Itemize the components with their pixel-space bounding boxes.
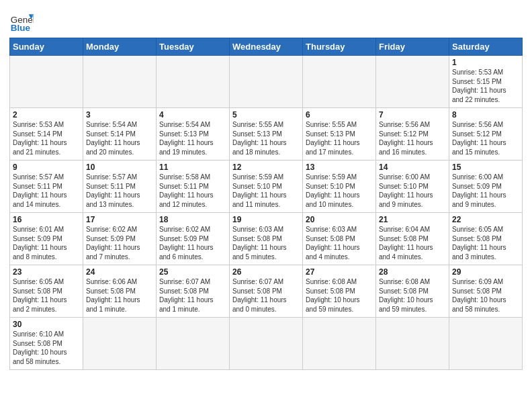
calendar-cell: 6Sunrise: 5:55 AM Sunset: 5:13 PM Daylig… [303,108,376,161]
day-info: Sunrise: 6:00 AM Sunset: 5:10 PM Dayligh… [379,173,446,209]
calendar-cell: 27Sunrise: 6:08 AM Sunset: 5:08 PM Dayli… [303,265,376,318]
calendar-table: SundayMondayTuesdayWednesdayThursdayFrid… [9,38,523,370]
day-info: Sunrise: 6:07 AM Sunset: 5:08 PM Dayligh… [159,277,226,314]
calendar-cell: 13Sunrise: 5:59 AM Sunset: 5:10 PM Dayli… [303,161,376,213]
calendar-cell: 24Sunrise: 6:06 AM Sunset: 5:08 PM Dayli… [83,265,157,318]
day-info: Sunrise: 6:02 AM Sunset: 5:09 PM Dayligh… [86,225,153,261]
day-info: Sunrise: 5:56 AM Sunset: 5:12 PM Dayligh… [452,120,519,156]
calendar-cell: 4Sunrise: 5:54 AM Sunset: 5:13 PM Daylig… [157,108,230,161]
calendar-cell: 5Sunrise: 5:55 AM Sunset: 5:13 PM Daylig… [230,108,303,161]
weekday-header-wednesday: Wednesday [230,38,303,56]
day-info: Sunrise: 6:00 AM Sunset: 5:09 PM Dayligh… [452,173,519,209]
calendar-cell [376,56,449,108]
weekday-header-sunday: Sunday [10,38,83,56]
calendar-cell: 23Sunrise: 6:05 AM Sunset: 5:08 PM Dayli… [10,265,83,318]
day-number: 27 [306,267,373,277]
calendar-cell: 10Sunrise: 5:57 AM Sunset: 5:11 PM Dayli… [83,161,157,213]
calendar-cell: 16Sunrise: 6:01 AM Sunset: 5:09 PM Dayli… [10,213,83,265]
calendar-cell: 8Sunrise: 5:56 AM Sunset: 5:12 PM Daylig… [449,108,523,161]
day-info: Sunrise: 6:10 AM Sunset: 5:08 PM Dayligh… [13,330,80,366]
svg-text:Blue: Blue [11,23,31,33]
calendar-cell [157,318,230,370]
calendar-cell: 26Sunrise: 6:07 AM Sunset: 5:08 PM Dayli… [230,265,303,318]
calendar-cell: 29Sunrise: 6:09 AM Sunset: 5:08 PM Dayli… [449,265,523,318]
day-info: Sunrise: 5:55 AM Sunset: 5:13 PM Dayligh… [306,120,373,156]
day-info: Sunrise: 6:03 AM Sunset: 5:08 PM Dayligh… [232,225,300,261]
day-info: Sunrise: 5:55 AM Sunset: 5:13 PM Dayligh… [232,120,300,156]
day-info: Sunrise: 6:08 AM Sunset: 5:08 PM Dayligh… [379,277,446,314]
calendar-header: SundayMondayTuesdayWednesdayThursdayFrid… [10,38,523,56]
calendar-cell: 1Sunrise: 5:53 AM Sunset: 5:15 PM Daylig… [449,56,523,108]
calendar-cell: 22Sunrise: 6:05 AM Sunset: 5:08 PM Dayli… [449,213,523,265]
day-info: Sunrise: 6:09 AM Sunset: 5:08 PM Dayligh… [452,277,519,314]
calendar-cell [83,56,157,108]
day-info: Sunrise: 6:08 AM Sunset: 5:08 PM Dayligh… [306,277,373,314]
day-number: 22 [452,215,519,224]
day-info: Sunrise: 6:04 AM Sunset: 5:08 PM Dayligh… [379,225,446,261]
day-number: 11 [159,163,226,172]
day-number: 3 [86,110,153,120]
day-number: 18 [159,215,226,224]
calendar-week-row: 2Sunrise: 5:53 AM Sunset: 5:14 PM Daylig… [10,108,523,161]
day-number: 24 [86,267,153,277]
day-number: 7 [379,110,446,120]
weekday-header-friday: Friday [376,38,449,56]
day-info: Sunrise: 6:05 AM Sunset: 5:08 PM Dayligh… [452,225,519,261]
day-number: 23 [13,267,80,277]
day-number: 2 [13,110,80,120]
day-info: Sunrise: 5:57 AM Sunset: 5:11 PM Dayligh… [13,173,80,209]
calendar-cell [376,318,449,370]
calendar-cell: 15Sunrise: 6:00 AM Sunset: 5:09 PM Dayli… [449,161,523,213]
calendar-week-row: 16Sunrise: 6:01 AM Sunset: 5:09 PM Dayli… [10,213,523,265]
calendar-week-row: 23Sunrise: 6:05 AM Sunset: 5:08 PM Dayli… [10,265,523,318]
day-number: 21 [379,215,446,224]
day-number: 10 [86,163,153,172]
day-number: 5 [232,110,300,120]
calendar-cell: 18Sunrise: 6:02 AM Sunset: 5:09 PM Dayli… [157,213,230,265]
calendar-cell [449,318,523,370]
calendar-cell: 12Sunrise: 5:59 AM Sunset: 5:10 PM Dayli… [230,161,303,213]
weekday-header-monday: Monday [83,38,157,56]
calendar-cell [10,56,83,108]
day-number: 6 [306,110,373,120]
calendar-cell: 7Sunrise: 5:56 AM Sunset: 5:12 PM Daylig… [376,108,449,161]
calendar-cell: 11Sunrise: 5:58 AM Sunset: 5:11 PM Dayli… [157,161,230,213]
day-info: Sunrise: 5:57 AM Sunset: 5:11 PM Dayligh… [86,173,153,209]
day-info: Sunrise: 5:54 AM Sunset: 5:14 PM Dayligh… [86,120,153,156]
calendar-cell: 21Sunrise: 6:04 AM Sunset: 5:08 PM Dayli… [376,213,449,265]
calendar-cell [230,318,303,370]
calendar-week-row: 9Sunrise: 5:57 AM Sunset: 5:11 PM Daylig… [10,161,523,213]
calendar-week-row: 30Sunrise: 6:10 AM Sunset: 5:08 PM Dayli… [10,318,523,370]
calendar-cell [157,56,230,108]
day-number: 15 [452,163,519,172]
calendar-cell: 3Sunrise: 5:54 AM Sunset: 5:14 PM Daylig… [83,108,157,161]
day-number: 20 [306,215,373,224]
day-info: Sunrise: 6:02 AM Sunset: 5:09 PM Dayligh… [159,225,226,261]
day-info: Sunrise: 6:06 AM Sunset: 5:08 PM Dayligh… [86,277,153,314]
day-info: Sunrise: 5:59 AM Sunset: 5:10 PM Dayligh… [232,173,300,209]
calendar-page: General Blue SundayMondayTuesdayWednesda… [0,0,532,411]
day-info: Sunrise: 5:58 AM Sunset: 5:11 PM Dayligh… [159,173,226,209]
calendar-cell: 30Sunrise: 6:10 AM Sunset: 5:08 PM Dayli… [10,318,83,370]
day-number: 30 [13,320,80,329]
weekday-header-saturday: Saturday [449,38,523,56]
day-number: 17 [86,215,153,224]
day-info: Sunrise: 6:03 AM Sunset: 5:08 PM Dayligh… [306,225,373,261]
day-number: 14 [379,163,446,172]
day-number: 8 [452,110,519,120]
day-number: 19 [232,215,300,224]
calendar-body: 1Sunrise: 5:53 AM Sunset: 5:15 PM Daylig… [10,56,523,370]
calendar-cell: 28Sunrise: 6:08 AM Sunset: 5:08 PM Dayli… [376,265,449,318]
day-number: 25 [159,267,226,277]
day-info: Sunrise: 6:01 AM Sunset: 5:09 PM Dayligh… [13,225,80,261]
day-number: 12 [232,163,300,172]
calendar-cell: 14Sunrise: 6:00 AM Sunset: 5:10 PM Dayli… [376,161,449,213]
day-info: Sunrise: 6:05 AM Sunset: 5:08 PM Dayligh… [13,277,80,314]
day-number: 28 [379,267,446,277]
calendar-week-row: 1Sunrise: 5:53 AM Sunset: 5:15 PM Daylig… [10,56,523,108]
day-number: 29 [452,267,519,277]
calendar-cell: 2Sunrise: 5:53 AM Sunset: 5:14 PM Daylig… [10,108,83,161]
calendar-cell: 25Sunrise: 6:07 AM Sunset: 5:08 PM Dayli… [157,265,230,318]
weekday-header-tuesday: Tuesday [157,38,230,56]
day-info: Sunrise: 5:56 AM Sunset: 5:12 PM Dayligh… [379,120,446,156]
